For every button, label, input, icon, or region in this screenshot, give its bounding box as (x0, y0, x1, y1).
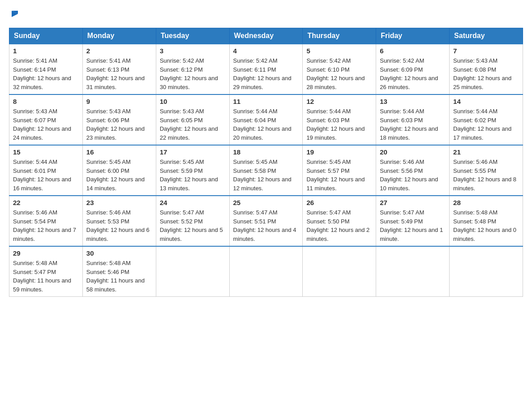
sunrise-text: Sunrise: 5:43 AM (160, 107, 226, 116)
daylight-text: Daylight: 12 hours and 4 minutes. (233, 226, 299, 243)
day-number: 20 (380, 148, 446, 156)
sunset-text: Sunset: 6:09 PM (380, 65, 446, 74)
daylight-text: Daylight: 12 hours and 25 minutes. (453, 74, 519, 91)
sunrise-text: Sunrise: 5:44 AM (380, 107, 446, 116)
day-number: 9 (86, 98, 152, 105)
day-info: Sunrise: 5:44 AM Sunset: 6:01 PM Dayligh… (13, 158, 79, 193)
calendar-cell-17: 17 Sunrise: 5:45 AM Sunset: 5:59 PM Dayl… (156, 145, 229, 196)
calendar-week-2: 8 Sunrise: 5:43 AM Sunset: 6:07 PM Dayli… (9, 94, 523, 145)
calendar-cell-18: 18 Sunrise: 5:45 AM Sunset: 5:58 PM Dayl… (229, 145, 303, 196)
weekday-header-row: SundayMondayTuesdayWednesdayThursdayFrid… (9, 28, 523, 44)
sunset-text: Sunset: 6:14 PM (13, 65, 79, 74)
day-number: 13 (380, 98, 446, 105)
daylight-text: Daylight: 11 hours and 58 minutes. (86, 276, 152, 294)
sunset-text: Sunset: 6:01 PM (13, 167, 79, 176)
day-number: 23 (86, 199, 152, 206)
daylight-text: Daylight: 12 hours and 29 minutes. (233, 74, 299, 91)
daylight-text: Daylight: 12 hours and 2 minutes. (306, 226, 372, 243)
daylight-text: Daylight: 12 hours and 1 minute. (380, 226, 446, 243)
calendar-cell-28: 28 Sunrise: 5:48 AM Sunset: 5:48 PM Dayl… (450, 196, 523, 246)
day-info: Sunrise: 5:48 AM Sunset: 5:46 PM Dayligh… (86, 259, 152, 294)
daylight-text: Daylight: 12 hours and 0 minutes. (453, 226, 519, 243)
sunrise-text: Sunrise: 5:42 AM (160, 56, 226, 65)
calendar-week-3: 15 Sunrise: 5:44 AM Sunset: 6:01 PM Dayl… (9, 145, 523, 196)
page-header (9, 9, 523, 19)
sunrise-text: Sunrise: 5:48 AM (86, 259, 152, 268)
daylight-text: Daylight: 12 hours and 10 minutes. (380, 175, 446, 193)
day-number: 15 (13, 148, 79, 156)
day-number: 18 (233, 148, 299, 156)
calendar-cell-21: 21 Sunrise: 5:46 AM Sunset: 5:55 PM Dayl… (450, 145, 523, 196)
sunset-text: Sunset: 6:13 PM (86, 65, 152, 74)
calendar-cell-14: 14 Sunrise: 5:44 AM Sunset: 6:02 PM Dayl… (450, 94, 523, 145)
day-number: 25 (233, 199, 299, 206)
day-number: 7 (453, 47, 519, 55)
weekday-header-tuesday: Tuesday (156, 28, 229, 44)
day-info: Sunrise: 5:48 AM Sunset: 5:47 PM Dayligh… (13, 259, 79, 294)
sunrise-text: Sunrise: 5:44 AM (233, 107, 299, 116)
day-info: Sunrise: 5:46 AM Sunset: 5:54 PM Dayligh… (13, 208, 79, 243)
weekday-header-monday: Monday (82, 28, 156, 44)
day-info: Sunrise: 5:47 AM Sunset: 5:50 PM Dayligh… (306, 208, 372, 243)
day-number: 10 (160, 98, 226, 105)
sunrise-text: Sunrise: 5:44 AM (453, 107, 519, 116)
day-info: Sunrise: 5:43 AM Sunset: 6:07 PM Dayligh… (13, 107, 79, 142)
day-number: 19 (306, 148, 372, 156)
sunset-text: Sunset: 6:11 PM (233, 65, 299, 74)
day-info: Sunrise: 5:42 AM Sunset: 6:11 PM Dayligh… (233, 56, 299, 91)
calendar-cell-3: 3 Sunrise: 5:42 AM Sunset: 6:12 PM Dayli… (156, 44, 229, 94)
sunset-text: Sunset: 6:05 PM (160, 116, 226, 125)
sunrise-text: Sunrise: 5:45 AM (233, 158, 299, 167)
sunset-text: Sunset: 6:00 PM (86, 167, 152, 176)
day-info: Sunrise: 5:43 AM Sunset: 6:06 PM Dayligh… (86, 107, 152, 142)
calendar-cell-26: 26 Sunrise: 5:47 AM Sunset: 5:50 PM Dayl… (303, 196, 376, 246)
day-number: 24 (160, 199, 226, 206)
day-info: Sunrise: 5:44 AM Sunset: 6:03 PM Dayligh… (306, 107, 372, 142)
sunset-text: Sunset: 5:55 PM (453, 167, 519, 176)
sunset-text: Sunset: 5:53 PM (86, 217, 152, 226)
sunset-text: Sunset: 6:02 PM (453, 116, 519, 125)
logo-icon (10, 9, 20, 19)
calendar-cell-19: 19 Sunrise: 5:45 AM Sunset: 5:57 PM Dayl… (303, 145, 376, 196)
day-number: 2 (86, 47, 152, 55)
daylight-text: Daylight: 12 hours and 7 minutes. (13, 226, 79, 243)
daylight-text: Daylight: 11 hours and 59 minutes. (13, 276, 79, 294)
sunset-text: Sunset: 6:06 PM (86, 116, 152, 125)
sunrise-text: Sunrise: 5:47 AM (306, 208, 372, 217)
sunset-text: Sunset: 5:58 PM (233, 167, 299, 176)
sunset-text: Sunset: 5:59 PM (160, 167, 226, 176)
weekday-header-saturday: Saturday (450, 28, 523, 44)
day-info: Sunrise: 5:41 AM Sunset: 6:13 PM Dayligh… (86, 56, 152, 91)
sunrise-text: Sunrise: 5:45 AM (86, 158, 152, 167)
daylight-text: Daylight: 12 hours and 6 minutes. (86, 226, 152, 243)
daylight-text: Daylight: 12 hours and 22 minutes. (160, 124, 226, 142)
calendar-cell-30: 30 Sunrise: 5:48 AM Sunset: 5:46 PM Dayl… (82, 246, 156, 297)
day-number: 17 (160, 148, 226, 156)
calendar-cell-4: 4 Sunrise: 5:42 AM Sunset: 6:11 PM Dayli… (229, 44, 303, 94)
day-info: Sunrise: 5:47 AM Sunset: 5:51 PM Dayligh… (233, 208, 299, 243)
sunrise-text: Sunrise: 5:44 AM (13, 158, 79, 167)
sunset-text: Sunset: 5:48 PM (453, 217, 519, 226)
daylight-text: Daylight: 12 hours and 24 minutes. (13, 124, 79, 142)
daylight-text: Daylight: 12 hours and 12 minutes. (233, 175, 299, 193)
daylight-text: Daylight: 12 hours and 8 minutes. (453, 175, 519, 193)
calendar-table: SundayMondayTuesdayWednesdayThursdayFrid… (9, 28, 523, 297)
sunset-text: Sunset: 5:52 PM (160, 217, 226, 226)
sunrise-text: Sunrise: 5:43 AM (13, 107, 79, 116)
day-number: 4 (233, 47, 299, 55)
day-info: Sunrise: 5:45 AM Sunset: 5:58 PM Dayligh… (233, 158, 299, 193)
daylight-text: Daylight: 12 hours and 17 minutes. (453, 124, 519, 142)
sunrise-text: Sunrise: 5:43 AM (453, 56, 519, 65)
day-info: Sunrise: 5:44 AM Sunset: 6:04 PM Dayligh… (233, 107, 299, 142)
weekday-header-friday: Friday (376, 28, 450, 44)
day-info: Sunrise: 5:48 AM Sunset: 5:48 PM Dayligh… (453, 208, 519, 243)
day-info: Sunrise: 5:45 AM Sunset: 6:00 PM Dayligh… (86, 158, 152, 193)
daylight-text: Daylight: 12 hours and 32 minutes. (13, 74, 79, 91)
sunset-text: Sunset: 6:08 PM (453, 65, 519, 74)
calendar-cell-25: 25 Sunrise: 5:47 AM Sunset: 5:51 PM Dayl… (229, 196, 303, 246)
calendar-cell-9: 9 Sunrise: 5:43 AM Sunset: 6:06 PM Dayli… (82, 94, 156, 145)
sunrise-text: Sunrise: 5:42 AM (306, 56, 372, 65)
calendar-week-4: 22 Sunrise: 5:46 AM Sunset: 5:54 PM Dayl… (9, 196, 523, 246)
sunset-text: Sunset: 6:12 PM (160, 65, 226, 74)
calendar-week-5: 29 Sunrise: 5:48 AM Sunset: 5:47 PM Dayl… (9, 246, 523, 297)
